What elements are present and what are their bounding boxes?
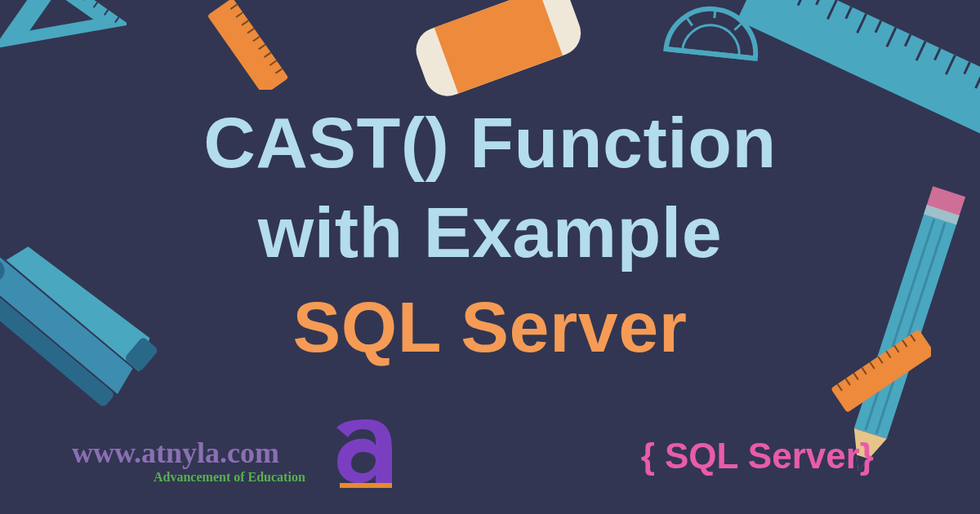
small-ruler-icon — [188, 0, 294, 90]
logo-subtitle: Advancement of Education — [154, 470, 305, 485]
banner-title: CAST() Function with Example SQL Server — [122, 98, 858, 374]
svg-line-22 — [715, 10, 715, 18]
svg-rect-9 — [207, 0, 289, 90]
title-line3: SQL Server — [122, 281, 858, 374]
title-line1: CAST() Function — [122, 98, 858, 188]
logo-url: www.atnyla.com — [72, 436, 279, 470]
svg-line-23 — [687, 19, 693, 26]
category-tag: { SQL Server} — [641, 436, 874, 476]
svg-rect-20 — [434, 0, 563, 94]
title-line2: with Example — [122, 188, 858, 277]
set-square-icon — [0, 0, 127, 102]
svg-rect-65 — [340, 483, 392, 488]
logo-a-icon — [325, 408, 407, 490]
